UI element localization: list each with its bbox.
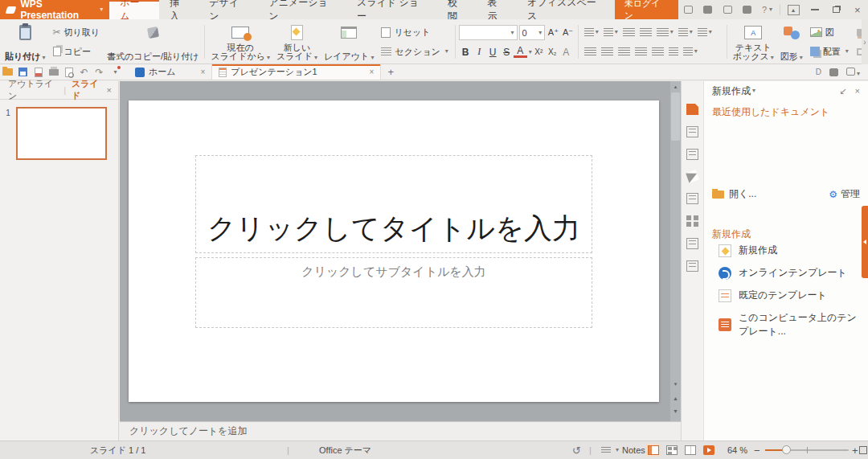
italic-button[interactable]: I <box>473 45 486 59</box>
normal-view-button[interactable] <box>648 445 659 455</box>
history-button[interactable]: ↺ <box>572 441 581 459</box>
default-template-item[interactable]: 既定のテンプレート <box>719 289 863 302</box>
next-slide-button[interactable]: ▼ <box>670 406 681 416</box>
zoom-level-label[interactable]: 64 % <box>727 441 747 459</box>
bold-button[interactable]: B <box>459 45 473 59</box>
cut-button[interactable]: ✂ 切り取り <box>50 25 104 39</box>
presentation1-tab[interactable]: プレゼンテーション1 × <box>212 64 381 80</box>
recent-document-icon[interactable] <box>686 104 698 115</box>
font-size-select[interactable]: 0▾ <box>519 25 546 40</box>
help-button[interactable]: ?▾ <box>757 0 777 19</box>
ribbon-expand-button[interactable]: › <box>862 19 868 64</box>
arrange-button[interactable]: 配置▾ <box>807 44 852 59</box>
premium-icon[interactable] <box>738 0 758 19</box>
tab-insert[interactable]: 挿入 <box>159 0 199 19</box>
tab-slideshow[interactable]: スライド ショー <box>346 0 437 19</box>
open-file-link[interactable]: 開く... <box>712 187 756 201</box>
workspace-icon[interactable] <box>829 68 838 76</box>
text-box-button[interactable]: A テキストボックス▾ <box>730 21 777 63</box>
decrease-indent-button[interactable] <box>620 27 637 39</box>
new-slide-button[interactable]: 新しいスライド▾ <box>273 21 321 63</box>
justify-button[interactable] <box>633 46 649 58</box>
font-name-select[interactable]: ▾ <box>459 25 518 40</box>
strikethrough-button[interactable]: S <box>500 45 514 59</box>
chevron-down-icon[interactable]: ▾ <box>752 88 755 94</box>
tab-review[interactable]: 校閲 <box>437 0 477 19</box>
slideshow-from-current-button[interactable]: 現在のスライドから▾ <box>207 21 273 63</box>
numbering-button[interactable]: ▾ <box>601 27 620 39</box>
cloud-docs-icon[interactable] <box>686 126 698 137</box>
pin-window-button[interactable]: ▴ <box>783 0 805 19</box>
computer-template-item[interactable]: このコンピュータ上のテンプレート... <box>719 311 863 338</box>
zoom-out-button[interactable]: − <box>754 441 760 459</box>
font-color-button[interactable]: A <box>514 46 527 58</box>
line-spacing-button[interactable]: ▾ <box>676 27 695 39</box>
fit-slide-button[interactable] <box>859 441 867 459</box>
docer-icon[interactable]: D <box>816 68 821 76</box>
zoom-in-button[interactable]: + <box>852 441 858 459</box>
zoom-slider[interactable] <box>765 449 849 451</box>
collapse-pane-handle[interactable] <box>862 206 868 278</box>
slide-sorter-view-button[interactable] <box>666 445 678 455</box>
shrink-font-button[interactable]: A⁻ <box>562 26 575 39</box>
notes-toggle[interactable]: ▾ Notes <box>601 441 645 459</box>
documents-icon[interactable] <box>698 0 719 19</box>
previous-slide-button[interactable]: ▲ <box>670 393 681 404</box>
close-tab-icon[interactable]: × <box>370 68 375 76</box>
slide-thumbnail-1[interactable] <box>16 107 107 160</box>
new-tab-button[interactable]: + <box>381 64 400 80</box>
share-icon[interactable] <box>686 170 699 183</box>
subtitle-placeholder[interactable]: クリックしてサブタイトルを入力 <box>195 257 592 328</box>
close-tab-icon[interactable]: × <box>201 68 206 76</box>
text-direction-button[interactable]: ▾ <box>654 27 676 39</box>
scroll-down-button[interactable]: ▾ <box>670 379 681 389</box>
clear-format-button[interactable]: A <box>559 45 573 59</box>
superscript-button[interactable]: X² <box>532 45 546 59</box>
increase-indent-button[interactable] <box>637 27 654 39</box>
distribute-button[interactable] <box>649 46 666 58</box>
app-menu-button[interactable]: WPS Presentation ▾ <box>0 0 109 19</box>
format-painter-button[interactable]: 書式のコピー/貼り付け <box>104 21 202 63</box>
scrollbar-thumb[interactable] <box>671 92 680 141</box>
char-spacing-button[interactable]: ▾ <box>695 27 714 39</box>
slides-tab[interactable]: スライド <box>70 78 106 102</box>
grow-font-button[interactable]: A⁺ <box>547 26 559 39</box>
tab-home[interactable]: ホーム <box>109 0 159 19</box>
split-window-button[interactable]: ▾ <box>846 68 860 77</box>
align-center-button[interactable] <box>599 46 616 58</box>
sign-document-icon[interactable] <box>686 238 698 249</box>
recent-documents-link[interactable]: 最近使用したドキュメント <box>704 100 868 124</box>
home-start-tab[interactable]: ホーム × <box>129 64 212 80</box>
shopping-cart-icon[interactable] <box>678 0 698 19</box>
title-placeholder[interactable]: クリックしてタイトルを入力 <box>195 155 592 253</box>
paragraph-indent-button[interactable]: ▾ <box>681 46 700 58</box>
login-button[interactable]: 未ログイン <box>615 0 678 19</box>
columns-button[interactable] <box>666 46 681 58</box>
reset-button[interactable]: リセット <box>378 25 451 39</box>
tab-view[interactable]: 表示 <box>477 0 517 19</box>
layout-button[interactable]: レイアウト▾ <box>321 21 377 63</box>
paste-button[interactable]: 貼り付け▾ <box>2 21 49 63</box>
subscript-button[interactable]: X₂ <box>546 45 559 59</box>
info-card-icon[interactable] <box>686 193 698 204</box>
scroll-up-button[interactable]: ▴ <box>670 81 681 92</box>
tab-animation[interactable]: アニメーション <box>258 0 346 19</box>
apps-grid-icon[interactable] <box>686 215 698 227</box>
customize-toolbar-button[interactable]: ▾ <box>107 64 122 80</box>
underline-button[interactable]: U <box>486 45 500 59</box>
reading-view-button[interactable] <box>685 445 696 455</box>
copy-button[interactable]: コピー <box>50 44 104 59</box>
align-left-button[interactable] <box>582 46 599 58</box>
bullets-button[interactable]: ▾ <box>582 27 601 39</box>
close-button[interactable]: × <box>846 0 868 19</box>
outline-tab[interactable]: アウトライン <box>6 78 59 102</box>
picture-button[interactable]: 図 <box>807 25 852 39</box>
shapes-button[interactable]: 図形▾ <box>777 21 806 63</box>
minimize-button[interactable] <box>804 0 825 19</box>
slide-canvas[interactable]: クリックしてタイトルを入力 クリックしてサブタイトルを入力 <box>129 100 659 402</box>
undock-pane-button[interactable]: ↙ <box>839 86 846 96</box>
align-right-button[interactable] <box>616 46 633 58</box>
section-button[interactable]: セクション▾ <box>378 44 451 59</box>
tab-officespace[interactable]: オフィススペース <box>517 0 615 19</box>
tab-design[interactable]: デザイン <box>199 0 258 19</box>
